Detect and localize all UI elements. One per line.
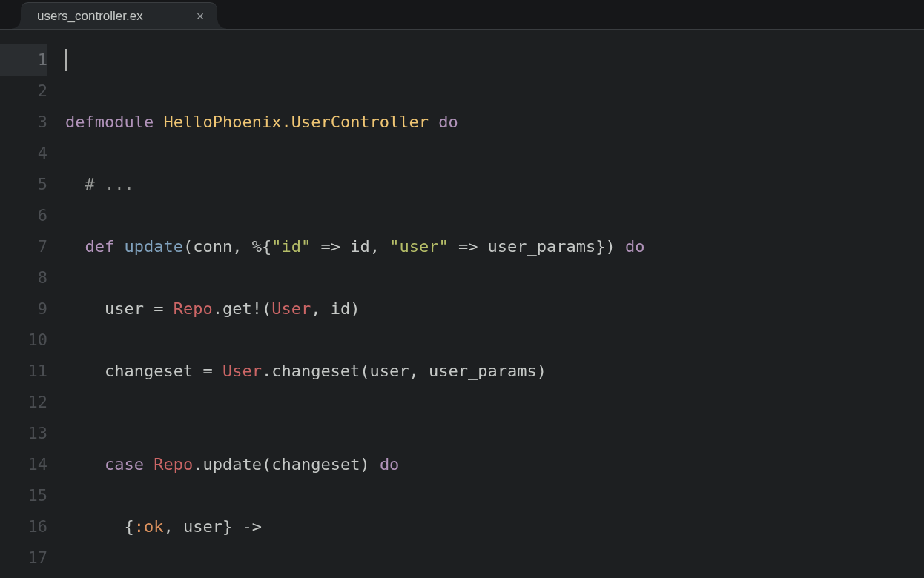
file-tab[interactable]: users_controller.ex × xyxy=(21,2,217,29)
line-number: 4 xyxy=(0,138,47,169)
line-number: 3 xyxy=(0,107,47,138)
code-editor[interactable]: 1234567891011121314151617 defmodule Hell… xyxy=(0,30,924,578)
code-line: # ... xyxy=(65,169,924,200)
line-number-gutter: 1234567891011121314151617 xyxy=(0,44,65,578)
line-number: 13 xyxy=(0,418,47,449)
line-number: 5 xyxy=(0,169,47,200)
text-cursor xyxy=(65,49,67,71)
line-number: 12 xyxy=(0,387,47,418)
code-line: changeset = User.changeset(user, user_pa… xyxy=(65,356,924,387)
code-line: case Repo.update(changeset) do xyxy=(65,449,924,480)
line-number: 9 xyxy=(0,293,47,325)
line-number: 15 xyxy=(0,480,47,511)
code-line: defmodule HelloPhoenix.UserController do xyxy=(65,107,924,138)
tab-bar: users_controller.ex × xyxy=(0,0,924,30)
code-line: conn xyxy=(65,574,924,578)
line-number: 6 xyxy=(0,200,47,231)
line-number: 1 xyxy=(0,44,47,76)
code-area[interactable]: defmodule HelloPhoenix.UserController do… xyxy=(65,44,924,578)
line-number: 8 xyxy=(0,262,47,293)
tab-filename: users_controller.ex xyxy=(37,9,143,24)
code-line: user = Repo.get!(User, id) xyxy=(65,293,924,325)
close-icon[interactable]: × xyxy=(197,10,205,23)
code-line: {:ok, user} -> xyxy=(65,511,924,542)
line-number: 17 xyxy=(0,542,47,574)
line-number: 2 xyxy=(0,76,47,107)
line-number: 11 xyxy=(0,356,47,387)
code-line: def update(conn, %{"id" => id, "user" =>… xyxy=(65,231,924,262)
line-number: 7 xyxy=(0,231,47,262)
line-number: 16 xyxy=(0,511,47,542)
line-number: 10 xyxy=(0,325,47,356)
line-number: 14 xyxy=(0,449,47,480)
